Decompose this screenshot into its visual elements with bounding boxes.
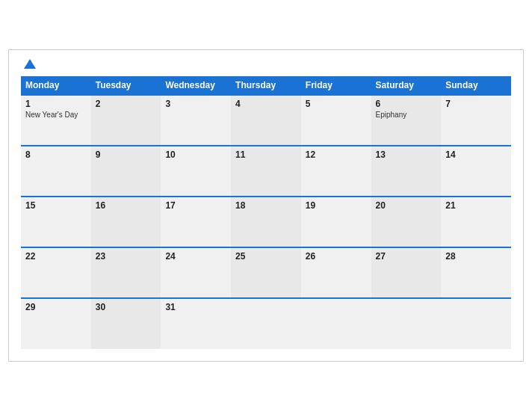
day-number: 5 bbox=[306, 99, 367, 109]
calendar-cell: 27 bbox=[371, 247, 442, 298]
day-number: 25 bbox=[235, 251, 297, 262]
calendar-cell: 23 bbox=[91, 247, 161, 298]
calendar-cell bbox=[301, 298, 371, 349]
day-number: 15 bbox=[25, 200, 87, 211]
calendar-container: MondayTuesdayWednesdayThursdayFridaySatu… bbox=[8, 49, 524, 362]
day-number: 18 bbox=[235, 200, 297, 211]
week-row-1: 1New Year's Day23456Epiphany7 bbox=[21, 95, 511, 146]
calendar-cell: 21 bbox=[441, 197, 511, 247]
day-number: 9 bbox=[96, 149, 157, 160]
day-number: 27 bbox=[376, 251, 437, 262]
weekday-header-row: MondayTuesdayWednesdayThursdayFridaySatu… bbox=[21, 76, 511, 95]
day-number: 10 bbox=[165, 149, 226, 160]
day-number: 3 bbox=[165, 99, 226, 109]
calendar-cell: 12 bbox=[301, 146, 371, 197]
weekday-header-sunday: Sunday bbox=[441, 76, 511, 95]
day-number: 23 bbox=[96, 251, 157, 262]
weekday-header-tuesday: Tuesday bbox=[91, 76, 161, 95]
holiday-label: Epiphany bbox=[376, 111, 437, 119]
calendar-cell: 2 bbox=[91, 95, 161, 146]
calendar-cell: 22 bbox=[21, 247, 91, 298]
calendar-cell: 29 bbox=[21, 298, 91, 349]
weekday-header-monday: Monday bbox=[21, 76, 91, 95]
calendar-cell: 19 bbox=[301, 197, 371, 247]
weekday-header-wednesday: Wednesday bbox=[161, 76, 231, 95]
calendar-cell bbox=[371, 298, 442, 349]
logo-blue-text bbox=[21, 59, 36, 69]
calendar-cell: 6Epiphany bbox=[371, 95, 442, 146]
day-number: 28 bbox=[445, 251, 507, 262]
calendar-cell: 15 bbox=[21, 197, 91, 247]
day-number: 1 bbox=[25, 99, 87, 109]
calendar-cell: 13 bbox=[371, 146, 442, 197]
calendar-cell: 25 bbox=[231, 247, 301, 298]
day-number: 24 bbox=[165, 251, 226, 262]
week-row-5: 293031 bbox=[21, 298, 511, 349]
day-number: 19 bbox=[306, 200, 367, 211]
day-number: 31 bbox=[165, 302, 226, 312]
day-number: 26 bbox=[306, 251, 367, 262]
calendar-cell: 4 bbox=[231, 95, 301, 146]
day-number: 16 bbox=[96, 200, 157, 211]
calendar-cell: 17 bbox=[161, 197, 231, 247]
calendar-cell: 8 bbox=[21, 146, 91, 197]
day-number: 11 bbox=[235, 149, 297, 160]
day-number: 21 bbox=[445, 200, 507, 211]
holiday-label: New Year's Day bbox=[25, 111, 87, 119]
calendar-header bbox=[21, 59, 511, 69]
logo bbox=[21, 59, 36, 69]
day-number: 14 bbox=[445, 149, 507, 160]
day-number: 12 bbox=[306, 149, 367, 160]
calendar-cell: 9 bbox=[91, 146, 161, 197]
weekday-header-saturday: Saturday bbox=[371, 76, 442, 95]
calendar-cell: 7 bbox=[441, 95, 511, 146]
day-number: 29 bbox=[25, 302, 87, 312]
calendar-cell bbox=[441, 298, 511, 349]
day-number: 4 bbox=[235, 99, 297, 109]
calendar-cell: 5 bbox=[301, 95, 371, 146]
calendar-cell bbox=[231, 298, 301, 349]
week-row-4: 22232425262728 bbox=[21, 247, 511, 298]
calendar-cell: 11 bbox=[231, 146, 301, 197]
weekday-header-friday: Friday bbox=[301, 76, 371, 95]
day-number: 2 bbox=[96, 99, 157, 109]
day-number: 13 bbox=[376, 149, 437, 160]
calendar-cell: 1New Year's Day bbox=[21, 95, 91, 146]
calendar-cell: 28 bbox=[441, 247, 511, 298]
day-number: 8 bbox=[25, 149, 87, 160]
day-number: 6 bbox=[376, 99, 437, 109]
logo-triangle-icon bbox=[24, 59, 36, 69]
day-number: 17 bbox=[165, 200, 226, 211]
weekday-header-thursday: Thursday bbox=[231, 76, 301, 95]
day-number: 30 bbox=[96, 302, 157, 312]
calendar-cell: 18 bbox=[231, 197, 301, 247]
week-row-2: 891011121314 bbox=[21, 146, 511, 197]
calendar-cell: 14 bbox=[441, 146, 511, 197]
calendar-cell: 3 bbox=[161, 95, 231, 146]
week-row-3: 15161718192021 bbox=[21, 197, 511, 247]
calendar-cell: 10 bbox=[161, 146, 231, 197]
day-number: 7 bbox=[445, 99, 507, 109]
calendar-table: MondayTuesdayWednesdayThursdayFridaySatu… bbox=[21, 76, 511, 349]
calendar-cell: 26 bbox=[301, 247, 371, 298]
calendar-cell: 20 bbox=[371, 197, 442, 247]
day-number: 22 bbox=[25, 251, 87, 262]
calendar-cell: 30 bbox=[91, 298, 161, 349]
calendar-cell: 24 bbox=[161, 247, 231, 298]
calendar-cell: 16 bbox=[91, 197, 161, 247]
calendar-cell: 31 bbox=[161, 298, 231, 349]
day-number: 20 bbox=[376, 200, 437, 211]
